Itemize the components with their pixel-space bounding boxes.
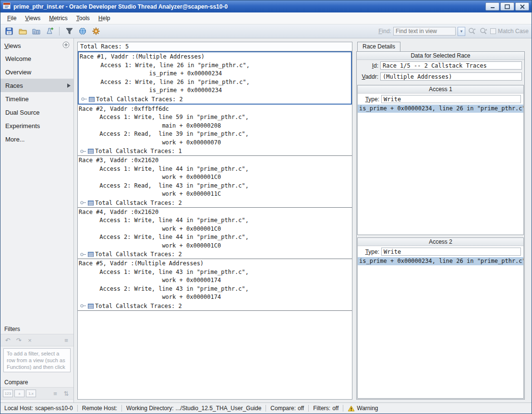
compare-title: Compare [0,376,73,387]
sidebar-item-dual-source[interactable]: Dual Source [0,106,73,119]
save-experiment-button[interactable] [3,26,15,36]
sidebar-item-welcome[interactable]: Welcome [0,52,73,65]
warning-indicator[interactable]: Warning [348,405,378,412]
filters-placeholder: To add a filter, select a row from a vie… [3,348,71,372]
redo-filter-button[interactable]: ↷ [14,336,24,344]
callstack-icon [88,251,94,257]
race-row-4[interactable]: Race #4, Vaddr :0x21620 Access 1: Write,… [78,208,352,260]
tab-race-details[interactable]: Race Details [357,42,400,51]
compare-toolbar: 123 ± 1.x ≡ ⇅ [0,387,73,400]
access-1-type-field[interactable]: Write [381,95,521,103]
expand-handle-icon[interactable] [80,149,86,154]
race-traces-row[interactable]: Total Callstack Traces: 2 [78,250,352,259]
toolbar-separator [59,27,60,35]
add-experiment-button[interactable] [44,26,55,36]
filters-toolbar: ↶ ↷ × ≡ [0,334,73,346]
warning-label: Warning [357,405,378,412]
access-1-header: Access 1 [358,85,523,94]
local-host-label: Local Host: [4,405,33,412]
expand-handle-icon[interactable] [81,97,87,101]
folder-table-icon [32,28,40,35]
find-previous-button[interactable] [479,26,488,36]
race-row-5[interactable]: Race #5, Vaddr :(Multiple Addresses) Acc… [78,259,352,311]
race-details-body: Data for Selected Race Id: Race 1/5 -- 2… [356,51,525,400]
menu-file[interactable]: File [3,13,20,23]
add-view-button[interactable] [62,41,70,50]
expand-handle-icon[interactable] [80,304,86,308]
compare-status-value: off [298,405,304,412]
menu-help[interactable]: Help [95,13,114,23]
race-row-3[interactable]: Race #3, Vaddr :0x21620 Access 1: Write,… [78,156,352,208]
sidebar-item-overview[interactable]: Overview [0,65,73,79]
close-button[interactable] [515,2,529,11]
plus-circle-icon [62,41,70,48]
working-directory-label: Working Directory: [126,405,173,412]
race-vaddr-field[interactable]: (Multiple Addresses) [380,72,522,81]
selected-view-arrow-icon [67,83,71,90]
maximize-button[interactable] [500,2,514,11]
trace-count-label: Total Callstack Traces: 2 [95,200,182,206]
compare-menu-button[interactable]: ≡ [50,389,60,398]
working-directory-value: .../Studio_12.5_THA_User_Guide [176,405,262,412]
menu-views[interactable]: Views [21,13,44,23]
undo-filter-button[interactable]: ↶ [3,336,12,344]
filters-status-value: off [332,405,339,412]
races-list-filler [78,311,352,400]
access-2-location-row[interactable]: is_prime + 0x00000234, line 26 in "prime… [358,257,523,265]
find-area: Find: ▼ Match Case [378,26,529,36]
views-title: Views [4,42,21,49]
expand-handle-icon[interactable] [80,252,86,257]
minimize-button[interactable] [485,2,499,11]
views-sidebar: Views Welcome Overview Races Timeline Du… [0,38,74,402]
sidebar-item-more[interactable]: More... [0,132,73,146]
find-next-button[interactable] [467,26,477,36]
race-traces-row[interactable]: Total Callstack Traces: 2 [79,95,351,104]
toolbar: Find: ▼ Match Case [0,24,532,38]
compare-absolute-button[interactable]: 123 [3,390,13,397]
access-1-location-row[interactable]: is_prime + 0x00000234, line 26 in "prime… [358,105,523,113]
find-input[interactable] [393,27,456,35]
remote-host-label: Remote Host: [82,405,117,412]
trace-count-label: Total Callstack Traces: 2 [95,303,182,309]
app-window: prime_pthr_inst.er - Oracle Developer St… [0,0,532,414]
races-count-header: Total Races: 5 [78,42,352,51]
menu-tools[interactable]: Tools [73,13,94,23]
search-down-icon [468,27,476,35]
trace-count-label: Total Callstack Traces: 2 [95,251,182,258]
experiments-list-button[interactable] [30,26,42,36]
selected-race-header: Data for Selected Race [357,52,524,60]
race-id-field[interactable]: Race 1/5 -- 2 Callstack Traces [380,61,522,70]
callstack-icon [88,303,94,309]
race-traces-row[interactable]: Total Callstack Traces: 2 [78,302,352,310]
globe-icon [79,27,86,35]
filters-menu-button[interactable]: ≡ [61,336,71,344]
find-dropdown-button[interactable]: ▼ [458,27,465,36]
races-panel: Total Races: 5 Race #1, Vaddr :(Multiple… [77,42,352,400]
races-list: Race #1, Vaddr :(Multiple Addresses) Acc… [78,51,352,399]
compare-sort-button[interactable]: ⇅ [61,389,71,398]
compare-status-label: Compare: [270,405,296,412]
menu-metrics[interactable]: Metrics [45,13,72,23]
match-case-label: Match Case [498,28,529,35]
match-case-checkbox[interactable] [490,28,496,34]
sidebar-item-experiments[interactable]: Experiments [0,119,73,132]
race-traces-row[interactable]: Total Callstack Traces: 2 [78,199,352,207]
rerun-analysis-button[interactable] [77,26,88,36]
find-label: Find: [378,28,391,35]
access-2-type-field[interactable]: Write [381,248,521,256]
sidebar-item-races[interactable]: Races [0,79,73,92]
trace-count-label: Total Callstack Traces: 1 [95,148,182,154]
settings-button[interactable] [90,26,102,36]
expand-handle-icon[interactable] [80,201,86,205]
race-traces-row[interactable]: Total Callstack Traces: 1 [78,147,352,155]
race-row-1[interactable]: Race #1, Vaddr :(Multiple Addresses) Acc… [78,51,352,105]
race-row-2[interactable]: Race #2, Vaddr :0xffbff6dc Access 1: Wri… [78,105,352,156]
open-experiment-button[interactable] [17,26,28,36]
callstack-icon [88,148,94,154]
remove-filter-button[interactable]: × [25,336,35,344]
compare-delta-button[interactable]: ± [14,390,24,397]
compare-ratio-button[interactable]: 1.x [26,390,36,397]
sidebar-item-timeline[interactable]: Timeline [0,92,73,106]
filter-data-button[interactable] [63,26,75,36]
gear-icon [92,27,100,35]
